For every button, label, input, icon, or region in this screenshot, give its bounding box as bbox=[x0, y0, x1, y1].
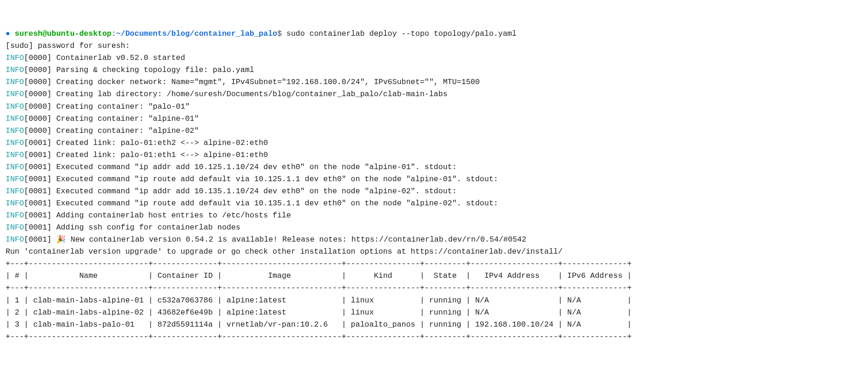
log-level: INFO bbox=[6, 223, 24, 232]
log-line: [0001] Executed command "ip route add de… bbox=[24, 199, 498, 208]
active-indicator-icon: ● bbox=[6, 29, 15, 38]
log-line: [0000] Parsing & checking topology file:… bbox=[24, 66, 254, 74]
log-level: INFO bbox=[6, 90, 24, 98]
log-line: [0000] Creating docker network: Name="mg… bbox=[24, 78, 480, 86]
log-level: INFO bbox=[6, 102, 24, 111]
log-line: [0000] Creating container: "palo-01" bbox=[24, 102, 190, 111]
log-level: INFO bbox=[6, 114, 24, 123]
log-line: [0001] Executed command "ip route add de… bbox=[24, 175, 498, 184]
log-timestamp: [0001] bbox=[24, 235, 56, 244]
prompt-path: ~/Documents/blog/container_lab_palo bbox=[116, 29, 278, 38]
log-level: INFO bbox=[6, 126, 24, 135]
log-level: INFO bbox=[6, 211, 24, 220]
log-level: INFO bbox=[6, 175, 24, 184]
prompt-sep: : bbox=[112, 29, 116, 38]
log-line: [0001] Executed command "ip addr add 10.… bbox=[24, 163, 457, 171]
log-level: INFO bbox=[6, 163, 24, 171]
table-row: | 2 | clab-main-labs-alpine-02 | 43682ef… bbox=[6, 308, 632, 317]
party-icon: 🎉 bbox=[56, 235, 66, 244]
log-line: [0000] Creating container: "alpine-02" bbox=[24, 126, 199, 135]
table-border: +---+--------------------------+--------… bbox=[6, 259, 632, 268]
table-row: | 1 | clab-main-labs-alpine-01 | c532a70… bbox=[6, 296, 632, 305]
table-row: | 3 | clab-main-labs-palo-01 | 872d55911… bbox=[6, 320, 632, 329]
log-level: INFO bbox=[6, 187, 24, 196]
terminal-output: ● suresh@ubuntu-desktop:~/Documents/blog… bbox=[6, 28, 862, 343]
log-line: [0001] Executed command "ip addr add 10.… bbox=[24, 187, 457, 196]
log-line: New containerlab version 0.54.2 is avail… bbox=[66, 235, 526, 244]
log-line: [0001] Adding containerlab host entries … bbox=[24, 211, 291, 220]
log-line: [0000] Containerlab v0.52.0 started bbox=[24, 53, 186, 62]
log-level: INFO bbox=[6, 199, 24, 208]
prompt-userhost: suresh@ubuntu-desktop bbox=[15, 29, 112, 38]
table-border: +---+--------------------------+--------… bbox=[6, 332, 632, 341]
log-line: [0000] Creating container: "alpine-01" bbox=[24, 114, 199, 123]
prompt-dollar: $ bbox=[277, 29, 286, 38]
sudo-password-prompt: [sudo] password for suresh: bbox=[6, 41, 130, 50]
log-line: [0000] Creating lab directory: /home/sur… bbox=[24, 90, 448, 98]
table-header: | # | Name | Container ID | Image | Kind… bbox=[6, 271, 632, 280]
upgrade-instruction: Run 'containerlab version upgrade' to up… bbox=[6, 247, 563, 256]
log-level: INFO bbox=[6, 151, 24, 159]
log-level: INFO bbox=[6, 53, 24, 62]
log-level: INFO bbox=[6, 138, 24, 147]
table-border: +---+--------------------------+--------… bbox=[6, 283, 632, 292]
log-level: INFO bbox=[6, 66, 24, 74]
log-level: INFO bbox=[6, 78, 24, 86]
typed-command[interactable]: sudo containerlab deploy --topo topology… bbox=[286, 29, 517, 38]
log-level: INFO bbox=[6, 235, 24, 244]
log-line: [0001] Created link: palo-01:eth1 <--> a… bbox=[24, 151, 268, 159]
log-line: [0001] Created link: palo-01:eth2 <--> a… bbox=[24, 138, 268, 147]
log-line: [0001] Adding ssh config for containerla… bbox=[24, 223, 240, 232]
